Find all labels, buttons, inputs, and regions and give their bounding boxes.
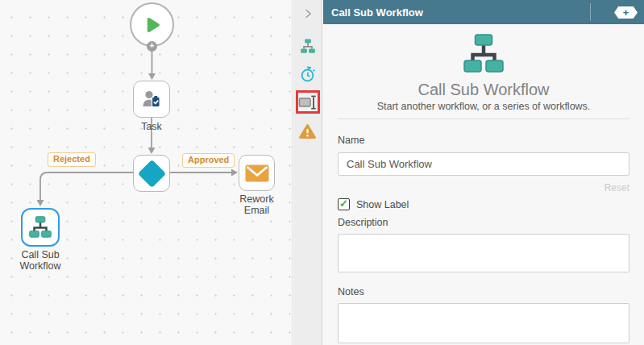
decision-node[interactable] — [133, 155, 170, 192]
tab-timer-button[interactable] — [296, 62, 320, 85]
hero-title: Call Sub Workflow — [338, 81, 629, 98]
envelope-icon — [245, 164, 269, 182]
header-divider — [590, 3, 591, 21]
stopwatch-icon — [299, 65, 316, 82]
description-field-label: Description — [338, 217, 629, 229]
collapse-panel-button[interactable] — [296, 2, 320, 25]
reset-button[interactable]: Reset — [605, 182, 629, 193]
rework-email-node-label: Rework Email — [227, 193, 286, 216]
rejected-branch-label[interactable]: Rejected — [48, 152, 96, 167]
text-field-cursor-icon — [298, 94, 318, 110]
play-icon — [142, 15, 163, 35]
panel-title: Call Sub Workflow — [323, 6, 423, 19]
active-tab-highlight — [296, 90, 320, 114]
task-node-label: Task — [129, 121, 174, 132]
name-field-label: Name — [338, 135, 629, 147]
chevron-right-icon — [301, 7, 314, 20]
panel-header: Call Sub Workflow + — [323, 0, 644, 24]
workflow-canvas[interactable]: + Task Rejected Approved Rework Email — [0, 0, 293, 345]
notes-field-label: Notes — [338, 286, 629, 298]
approved-branch-label[interactable]: Approved — [182, 153, 235, 168]
panel-body: Call Sub Workflow Start another workflow… — [323, 34, 644, 345]
notes-input[interactable] — [338, 303, 629, 343]
task-user-icon — [140, 88, 163, 110]
show-label-checkbox[interactable]: ✓ — [338, 198, 350, 210]
reset-row: Reset — [338, 180, 629, 194]
description-input[interactable] — [338, 234, 629, 272]
hero-icon-wrap — [338, 34, 629, 74]
name-input[interactable] — [338, 152, 629, 176]
sub-workflow-icon — [28, 216, 52, 239]
start-node[interactable] — [130, 2, 174, 47]
add-button[interactable]: + — [614, 6, 638, 19]
panel-sidebar — [293, 0, 322, 345]
decision-diamond-icon — [137, 159, 165, 187]
tab-label-field-button[interactable] — [298, 94, 318, 111]
hero-subtitle: Start another workflow, or a series of w… — [338, 101, 629, 113]
section-divider — [338, 118, 629, 119]
tab-warnings-button[interactable] — [296, 120, 320, 143]
show-label-row: ✓ Show Label — [338, 198, 629, 210]
warning-triangle-icon — [298, 123, 317, 139]
task-node[interactable] — [133, 81, 170, 118]
rework-email-node[interactable] — [239, 155, 275, 191]
tab-sub-workflow-button[interactable] — [296, 35, 320, 57]
sub-workflow-tab-icon — [300, 39, 316, 54]
checkmark-icon: ✓ — [339, 198, 348, 209]
call-sub-workflow-node-label: Call Sub Workflow — [2, 249, 79, 272]
show-label-text: Show Label — [356, 199, 409, 210]
workflow-designer: + Task Rejected Approved Rework Email — [0, 0, 644, 345]
call-sub-workflow-node[interactable] — [21, 208, 60, 247]
start-connect-port[interactable]: + — [147, 41, 157, 52]
sub-workflow-hero-icon — [462, 34, 505, 74]
properties-panel: Call Sub Workflow + Call Sub Workflow St… — [323, 0, 644, 345]
